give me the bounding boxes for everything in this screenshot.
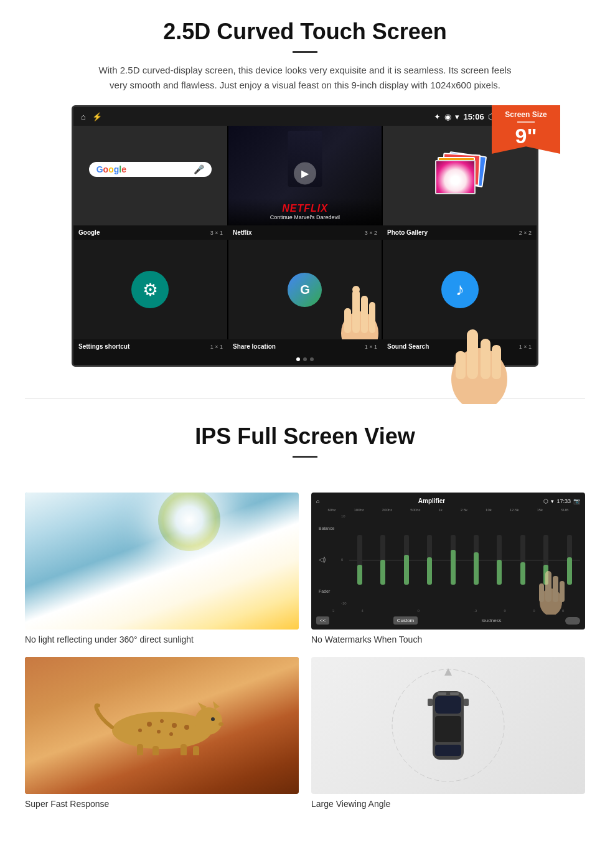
eq-bar-1[interactable] xyxy=(357,535,362,585)
settings-label: Settings shortcut 1 × 1 xyxy=(73,342,228,351)
sound-search-cell[interactable]: ♪ xyxy=(383,240,537,339)
svg-point-29 xyxy=(184,725,189,730)
settings-app-name: Settings shortcut xyxy=(78,343,129,350)
amp-icons: ⬡ ▾ 17:33 📷 xyxy=(543,498,580,504)
svg-rect-14 xyxy=(560,581,565,602)
svg-rect-42 xyxy=(450,692,459,695)
share-app-size: 1 × 1 xyxy=(365,344,377,350)
feature-sunlight: No light reflecting under 360° direct su… xyxy=(25,493,299,644)
home-icon[interactable]: ⌂ xyxy=(81,112,86,121)
amp-footer: << Custom loudness xyxy=(316,616,580,625)
svg-rect-12 xyxy=(545,571,551,602)
eq-bar-5[interactable] xyxy=(451,535,456,585)
eq-bar-2[interactable] xyxy=(380,535,385,585)
google-app-size: 3 × 1 xyxy=(210,230,223,236)
badge-size: 9" xyxy=(515,124,537,148)
title-divider xyxy=(293,51,317,53)
google-logo: Google xyxy=(96,164,126,174)
eq-bar-8[interactable] xyxy=(520,535,525,585)
freq-10k: 10k xyxy=(486,508,492,512)
freq-200: 200hz xyxy=(382,508,392,512)
sound-app-size: 1 × 1 xyxy=(519,344,532,350)
freq-15k: 15k xyxy=(537,508,543,512)
eq-bar-10[interactable] xyxy=(567,535,572,585)
page-title: 2.5D Curved Touch Screen xyxy=(37,19,573,45)
settings-app-cell[interactable]: ⚙ xyxy=(73,240,227,339)
freq-2k5: 2.5k xyxy=(461,508,467,512)
svg-rect-4 xyxy=(344,308,351,333)
google-search-bar[interactable]: Google 🎤 xyxy=(89,162,212,177)
feature-amplifier: ⌂ Amplifier ⬡ ▾ 17:33 📷 60hz 100hz 200hz… xyxy=(311,493,585,644)
svg-point-26 xyxy=(172,723,177,728)
svg-rect-21 xyxy=(152,746,159,755)
eq-bar-3[interactable] xyxy=(404,535,409,585)
svg-rect-9 xyxy=(492,345,501,379)
fader-label: Fader xyxy=(319,589,336,593)
amplifier-image: ⌂ Amplifier ⬡ ▾ 17:33 📷 60hz 100hz 200hz… xyxy=(311,493,585,630)
netflix-subtitle: Continue Marvel's Daredevil xyxy=(233,214,377,220)
eq-bar-4[interactable] xyxy=(427,535,432,585)
freq-100: 100hz xyxy=(354,508,364,512)
share-location-cell[interactable]: G xyxy=(228,240,382,339)
play-button[interactable]: ▶ xyxy=(294,162,316,184)
google-app-cell[interactable]: Google 🎤 xyxy=(73,126,227,225)
badge-divider xyxy=(517,121,535,123)
sound-app-name: Sound Search xyxy=(387,343,429,350)
settings-icon-circle: ⚙ xyxy=(131,271,169,308)
volume-ctrl: ◁) xyxy=(319,556,336,563)
svg-point-27 xyxy=(157,730,161,734)
status-left: ⌂ ⚡ xyxy=(81,112,102,121)
svg-point-24 xyxy=(147,722,152,727)
netflix-app-cell[interactable]: ▶ NETFLIX Continue Marvel's Daredevil xyxy=(228,126,382,225)
car-visual xyxy=(311,657,585,794)
gallery-app-size: 2 × 2 xyxy=(519,230,532,236)
car-image xyxy=(311,657,585,794)
eq-bar-7[interactable] xyxy=(497,535,502,585)
amp-custom-btn[interactable]: Custom xyxy=(393,616,418,625)
car-circle-container xyxy=(386,663,510,788)
svg-rect-20 xyxy=(137,744,143,755)
eq-scale: 10 0 -10 xyxy=(340,513,348,606)
feature-cheetah: Super Fast Response xyxy=(25,657,299,809)
netflix-app-name: Netflix xyxy=(233,229,252,236)
sunlight-visual xyxy=(25,493,299,630)
freq-sub: SUB xyxy=(561,508,568,512)
svg-rect-38 xyxy=(435,745,461,756)
apps-grid-row1: Google 🎤 ▶ NETFLIX Continue Marvel's Dar… xyxy=(73,126,537,225)
amp-wifi: ▾ xyxy=(551,498,554,504)
svg-rect-15 xyxy=(539,583,544,602)
pagination-dot-1 xyxy=(296,357,300,361)
apps-grid-row2: ⚙ G xyxy=(73,240,537,339)
mic-icon: 🎤 xyxy=(194,164,204,174)
amp-back-btn[interactable]: << xyxy=(316,616,329,625)
cheetah-body-shape xyxy=(93,693,230,758)
bluetooth-icon: ✦ xyxy=(434,112,441,121)
google-label: Google 3 × 1 xyxy=(73,228,228,237)
ips-title-divider xyxy=(293,456,317,458)
touch-hand-extended xyxy=(442,329,517,404)
svg-rect-36 xyxy=(435,696,461,714)
svg-marker-19 xyxy=(213,701,220,709)
car-caption: Large Viewing Angle xyxy=(311,799,585,809)
usb-icon: ⚡ xyxy=(92,112,102,121)
cheetah-caption: Super Fast Response xyxy=(25,799,299,809)
amp-home-icon: ⌂ xyxy=(316,498,319,504)
svg-point-17 xyxy=(195,707,222,735)
sunlight-caption: No light reflecting under 360° direct su… xyxy=(25,634,299,644)
amp-header: ⌂ Amplifier ⬡ ▾ 17:33 📷 xyxy=(316,498,580,504)
share-app-name: Share location xyxy=(233,343,276,350)
svg-point-25 xyxy=(160,719,164,723)
amp-time: 17:33 xyxy=(556,498,571,504)
freq-500: 500hz xyxy=(410,508,420,512)
svg-rect-39 xyxy=(428,699,433,706)
netflix-label: Netflix 3 × 2 xyxy=(228,228,382,237)
ips-title: IPS Full Screen View xyxy=(37,423,573,450)
sound-icon-circle: ♪ xyxy=(441,271,479,308)
svg-rect-41 xyxy=(438,692,446,695)
loudness-toggle[interactable] xyxy=(565,617,580,625)
svg-rect-1 xyxy=(352,290,360,333)
eq-bar-6[interactable] xyxy=(474,535,479,585)
cheetah-image xyxy=(25,657,299,794)
settings-app-size: 1 × 1 xyxy=(210,344,223,350)
freq-12k5: 12.5k xyxy=(510,508,519,512)
